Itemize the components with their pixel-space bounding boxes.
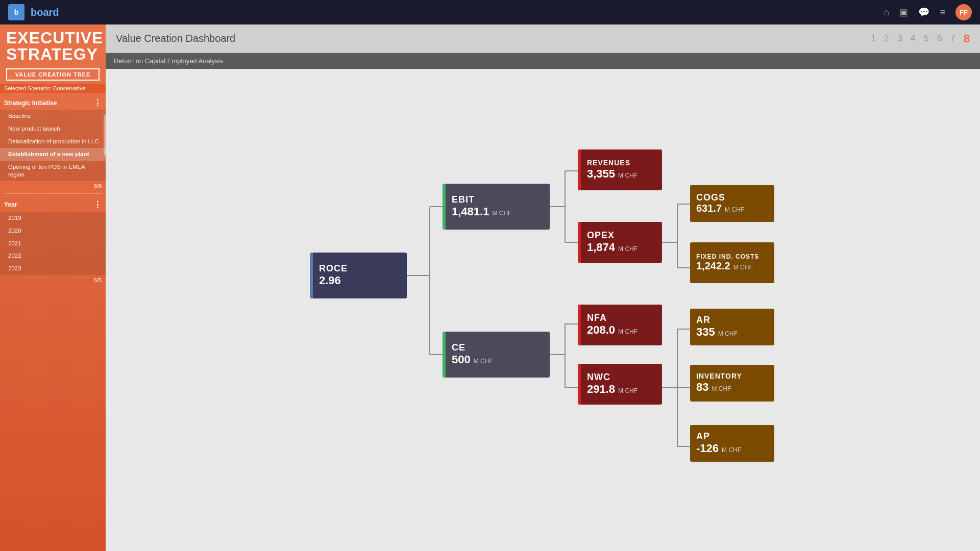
cogs-unit: M CHF [725, 206, 744, 213]
exec-header: EXECUTIVE STRATEGY [0, 24, 106, 66]
page-header: Value Creation Dashboard 1 2 3 4 5 6 7 8 [106, 24, 980, 53]
list-item-new-product[interactable]: New product launch [0, 122, 106, 135]
year-list: 2019 2020 2021 2022 2023 [0, 212, 106, 276]
page-num-3[interactable]: 3 [897, 33, 902, 44]
ap-unit: M CHF [722, 446, 741, 454]
nfa-node[interactable]: NFA 208.0 M CHF [578, 305, 662, 345]
home-icon[interactable]: ⌂ [884, 7, 890, 18]
inventory-unit: M CHF [712, 385, 731, 392]
fixed-costs-node[interactable]: FIXED IND. COSTS 1,242.2 M CHF [690, 242, 774, 283]
fixed-costs-unit: M CHF [733, 264, 753, 271]
roce-value: 2.96 [319, 274, 341, 287]
chat-icon[interactable]: 💬 [918, 7, 929, 18]
section-label: Return on Capital Employed Analysis [114, 57, 223, 65]
roce-label: ROCE [319, 264, 401, 274]
cogs-label: COGS [696, 193, 768, 203]
inventory-value: 83 [696, 381, 708, 394]
opex-label: OPEX [587, 231, 656, 241]
nwc-unit: M CHF [618, 387, 638, 394]
year-menu[interactable]: ⋮ [93, 200, 102, 210]
inventory-node[interactable]: INVENTORY 83 M CHF [690, 365, 774, 402]
nfa-value: 208.0 [587, 323, 615, 337]
strategic-initiative-menu[interactable]: ⋮ [93, 98, 102, 108]
list-item-new-plant[interactable]: Establishment of a new plant [0, 148, 106, 161]
nwc-value: 291.8 [587, 383, 615, 396]
year-label: Year [4, 201, 17, 208]
page-num-7[interactable]: 7 [950, 33, 955, 44]
list-item-2019[interactable]: 2019 [0, 212, 106, 224]
board-logo-text: b [14, 8, 19, 16]
page-num-2[interactable]: 2 [884, 33, 889, 44]
year-count: 5/5 [0, 275, 106, 285]
inventory-label: INVENTORY [696, 372, 768, 380]
top-icons: ⌂ ▣ 💬 ≡ FF [884, 4, 972, 20]
ebit-label: EBIT [452, 195, 544, 205]
sidebar: EXECUTIVE STRATEGY VALUE CREATION TREE S… [0, 24, 106, 551]
ap-value: -126 [696, 442, 719, 455]
list-item-2022[interactable]: 2022 [0, 249, 106, 262]
revenues-label: REVENUES [587, 159, 656, 167]
page-num-1[interactable]: 1 [871, 33, 876, 44]
section-bar: Return on Capital Employed Analysis [106, 53, 980, 69]
content: Value Creation Dashboard 1 2 3 4 5 6 7 8… [106, 24, 980, 551]
revenues-value: 3,355 [587, 167, 615, 181]
main-layout: EXECUTIVE STRATEGY VALUE CREATION TREE S… [0, 24, 980, 551]
topbar: b board ⌂ ▣ 💬 ≡ FF [0, 0, 980, 24]
revenues-unit: M CHF [618, 172, 638, 179]
nfa-unit: M CHF [618, 328, 638, 335]
list-item-2023[interactable]: 2023 [0, 262, 106, 275]
page-num-4[interactable]: 4 [911, 33, 916, 44]
ce-unit: M CHF [474, 358, 493, 365]
page-numbers: 1 2 3 4 5 6 7 8 [871, 32, 970, 45]
board-title: board [31, 7, 59, 18]
page-num-6[interactable]: 6 [937, 33, 942, 44]
ap-label: AP [696, 432, 768, 442]
ce-node[interactable]: CE 500 M CHF [443, 332, 550, 378]
sidebar-divider-1 [4, 193, 102, 194]
page-title: Value Creation Dashboard [116, 33, 235, 44]
opex-node[interactable]: OPEX 1,874 M CHF [578, 222, 662, 263]
fixed-costs-label: FIXED IND. COSTS [696, 254, 768, 260]
list-item-2020[interactable]: 2020 [0, 224, 106, 237]
vct-button[interactable]: VALUE CREATION TREE [6, 68, 100, 81]
ebit-value: 1,481.1 [452, 205, 489, 218]
strategic-initiative-label: Strategic Initiative [4, 99, 57, 107]
list-item-2021[interactable]: 2021 [0, 237, 106, 250]
page-num-5[interactable]: 5 [924, 33, 929, 44]
cogs-value: 631.7 [696, 203, 722, 214]
ar-unit: M CHF [718, 330, 738, 337]
fixed-costs-value: 1,242.2 [696, 260, 730, 272]
ar-node[interactable]: AR 335 M CHF [690, 309, 774, 345]
scenario-label: Selected Scenario: Conservative [0, 84, 106, 93]
exec-line2: STRATEGY [6, 46, 100, 62]
revenues-node[interactable]: REVENUES 3,355 M CHF [578, 149, 662, 190]
strategic-initiative-header: Strategic Initiative ⋮ [0, 94, 106, 110]
exec-line1: EXECUTIVE [6, 30, 100, 46]
ap-node[interactable]: AP -126 M CHF [690, 425, 774, 462]
nwc-node[interactable]: NWC 291.8 M CHF [578, 364, 662, 405]
nwc-label: NWC [587, 372, 656, 383]
chart-area: ROCE 2.96 EBIT 1,481.1 M CHF CE 500 M CH… [106, 69, 980, 551]
opex-value: 1,874 [587, 241, 615, 254]
cogs-node[interactable]: COGS 631.7 M CHF [690, 185, 774, 222]
ar-value: 335 [696, 325, 715, 339]
ebit-node[interactable]: EBIT 1,481.1 M CHF [443, 184, 550, 230]
avatar[interactable]: FF [955, 4, 972, 20]
list-item-delocal[interactable]: Delocalization of production in LLC [0, 135, 106, 148]
ce-value: 500 [452, 353, 471, 366]
connector-svg [106, 69, 980, 551]
strategic-initiative-count: 9/9 [0, 181, 106, 191]
board-logo[interactable]: b [8, 4, 24, 20]
list-item-baseline[interactable]: Baseline [0, 110, 106, 122]
roce-node[interactable]: ROCE 2.96 [310, 253, 407, 298]
ar-label: AR [696, 315, 768, 325]
strategic-initiative-list: Baseline New product launch Delocalizati… [0, 110, 106, 181]
nfa-label: NFA [587, 313, 656, 323]
list-item-pos-emea[interactable]: Opening of ten POS in EMEA region [0, 161, 106, 181]
year-header: Year ⋮ [0, 196, 106, 212]
ce-label: CE [452, 343, 544, 353]
menu-icon[interactable]: ≡ [940, 7, 945, 18]
screen-icon[interactable]: ▣ [899, 7, 908, 18]
page-num-8[interactable]: 8 [964, 32, 970, 45]
ebit-unit: M CHF [492, 210, 511, 217]
